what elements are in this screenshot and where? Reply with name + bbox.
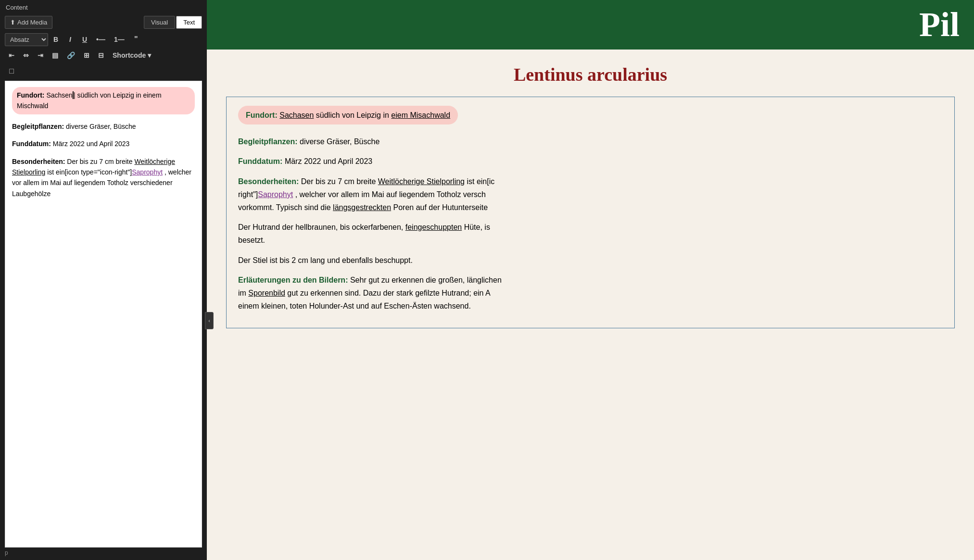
preview-besonderheiten-text2b: right"] (238, 190, 258, 199)
align-right-button[interactable]: ⇥ (34, 49, 47, 62)
preview-funddatum-label: Funddatum: (238, 157, 282, 165)
align-center-button[interactable]: ⇔ (19, 49, 33, 62)
editor-toolbar-row3: □ (0, 63, 207, 81)
preview-erlaeuterungen-paragraph: Erläuterungen zu den Bildern: Sehr gut z… (238, 274, 943, 313)
unordered-list-button[interactable]: •— (92, 33, 109, 46)
preview-stiel-paragraph: Der Stiel ist bis 2 cm lang und ebenfall… (238, 254, 943, 267)
preview-weitlocherige-link[interactable]: Weitlöcherige Stielporling (378, 177, 465, 186)
fundort-paragraph: Fundort: Sachsen| südlich von Leipzig in… (12, 87, 195, 114)
besonderheiten-paragraph: Besonderheiten: Der bis zu 7 cm breite W… (12, 156, 195, 199)
preview-fundort-label: Fundort: (246, 111, 278, 119)
preview-content-box: Fundort: Sachasen südlich von Leipzig in… (226, 97, 955, 328)
begleitpflanzen-label: Begleitpflanzen: (12, 123, 64, 130)
shortcode-chevron-icon: ▾ (148, 51, 151, 59)
preview-erlaeuterungen-label: Erläuterungen zu den Bildern: (238, 276, 348, 284)
preview-hutrand-paragraph: Der Hutrand der hellbraunen, bis ockerfa… (238, 221, 943, 247)
preview-saprophyt-link[interactable]: Saprophyt (258, 190, 293, 199)
besonderheiten-text2: ist ein[icon type="icon-right"] (47, 168, 132, 176)
preview-feingeschuppt-link[interactable]: feingeschuppten (405, 223, 462, 231)
preview-besonderheiten-text5: Poren auf der Hutunterseite (391, 203, 488, 212)
preview-panel: Pil Lentinus arcularius Fundort: Sachase… (207, 0, 974, 560)
preview-fundort-paragraph: Fundort: Sachasen südlich von Leipzig in… (238, 106, 943, 128)
preview-funddatum-text: März 2022 und April 2023 (285, 157, 372, 165)
shortcode-button[interactable]: Shortcode ▾ (109, 49, 155, 62)
begleitpflanzen-paragraph: Begleitpflanzen: diverse Gräser, Büsche (12, 121, 195, 132)
preview-stiel-text: Der Stiel ist bis 2 cm lang und ebenfall… (238, 256, 413, 264)
preview-begleitpflanzen-label: Begleitpflanzen: (238, 137, 298, 146)
italic-button[interactable]: I (63, 33, 77, 46)
preview-fundort-text: Sachasen südlich von Leipzig in eiem Mis… (279, 111, 450, 119)
preview-langsgestreckt-link[interactable]: längsgestreckten (333, 203, 391, 212)
preview-erlaeuterungen-text1: Sehr gut zu erkennen die großen, länglic… (350, 276, 502, 284)
preview-site-title: Pil (919, 5, 960, 45)
preview-besonderheiten-label: Besonderheiten: (238, 177, 299, 186)
editor-status-bar: p (0, 548, 207, 560)
fundort-label: Fundort: (17, 91, 45, 99)
saprophyt-link[interactable]: Saprophyt (132, 168, 163, 176)
preview-besonderheiten-text2: ist ein[ic (465, 177, 494, 186)
tab-text[interactable]: Text (176, 16, 202, 29)
preview-begleitpflanzen-paragraph: Begleitpflanzen: diverse Gräser, Büsche (238, 135, 943, 148)
preview-erlaeuterungen-text2: im (238, 289, 248, 297)
align-left-button[interactable]: ⇤ (5, 49, 18, 62)
preview-besonderheiten-text1: Der bis zu 7 cm breite (301, 177, 378, 186)
funddatum-paragraph: Funddatum: März 2022 und April 2023 (12, 138, 195, 149)
preview-hutrand-text1: Der Hutrand der hellbraunen, bis ockerfa… (238, 223, 405, 231)
preview-besonderheiten-paragraph: Besonderheiten: Der bis zu 7 cm breite W… (238, 175, 943, 214)
editor-toolbar-top: ⬆ Add Media Visual Text (0, 14, 207, 31)
funddatum-text: März 2022 und April 2023 (53, 140, 130, 148)
bold-button[interactable]: B (49, 33, 63, 46)
table-row-button[interactable]: ⊞ (80, 49, 93, 62)
collapse-panel-button[interactable]: ‹ (205, 312, 214, 329)
preview-sporenbild-link[interactable]: Sporenbild (248, 289, 285, 297)
underline-button[interactable]: U (78, 33, 91, 46)
blockquote-button[interactable]: " (129, 33, 143, 46)
align-justify-button[interactable]: ▤ (48, 49, 62, 62)
add-media-label: Add Media (17, 19, 47, 26)
paragraph-format-select[interactable]: Absatz (5, 33, 48, 46)
preview-hutrand-text2: Hüte, is (462, 223, 490, 231)
preview-besonderheiten-text3: , welcher vor allem im Mai auf liegendem… (293, 190, 486, 199)
editor-content-area[interactable]: Fundort: Sachsen| südlich von Leipzig in… (5, 81, 202, 548)
preview-begleitpflanzen-text: diverse Gräser, Büsche (300, 137, 379, 146)
begleitpflanzen-text: diverse Gräser, Büsche (66, 123, 136, 130)
ordered-list-button[interactable]: 1— (110, 33, 128, 46)
preview-content: Lentinus arcularius Fundort: Sachasen sü… (207, 50, 974, 343)
funddatum-label: Funddatum: (12, 140, 51, 148)
preview-erlaeuterungen-text3: gut zu erkennen sind. Dazu der stark gef… (285, 289, 491, 297)
besonderheiten-label: Besonderheiten: (12, 158, 65, 165)
link-button[interactable]: 🔗 (63, 49, 79, 62)
tab-visual[interactable]: Visual (144, 16, 175, 29)
editor-toolbar-row2: ⇤ ⇔ ⇥ ▤ 🔗 ⊞ ⊟ Shortcode ▾ (0, 48, 207, 63)
editor-tab-group: Visual Text (144, 16, 202, 29)
table-button[interactable]: ⊟ (94, 49, 108, 62)
besonderheiten-text1: Der bis zu 7 cm breite (67, 158, 134, 165)
content-label: Content (0, 0, 207, 14)
fullscreen-button[interactable]: □ (5, 64, 18, 78)
add-media-icon: ⬆ (10, 19, 15, 26)
preview-header: Pil (207, 0, 974, 50)
preview-page-title: Lentinus arcularius (226, 64, 955, 85)
preview-erlaeuterungen-text4: einem kleinen, toten Holunder-Ast und au… (238, 302, 471, 310)
add-media-button[interactable]: ⬆ Add Media (5, 16, 52, 29)
preview-funddatum-paragraph: Funddatum: März 2022 und April 2023 (238, 155, 943, 168)
editor-toolbar-row1: Absatz B I U •— 1— " (0, 31, 207, 48)
preview-hutrand-text3: besetzt. (238, 236, 265, 244)
preview-besonderheiten-text4: vorkommt. Typisch sind die (238, 203, 333, 212)
